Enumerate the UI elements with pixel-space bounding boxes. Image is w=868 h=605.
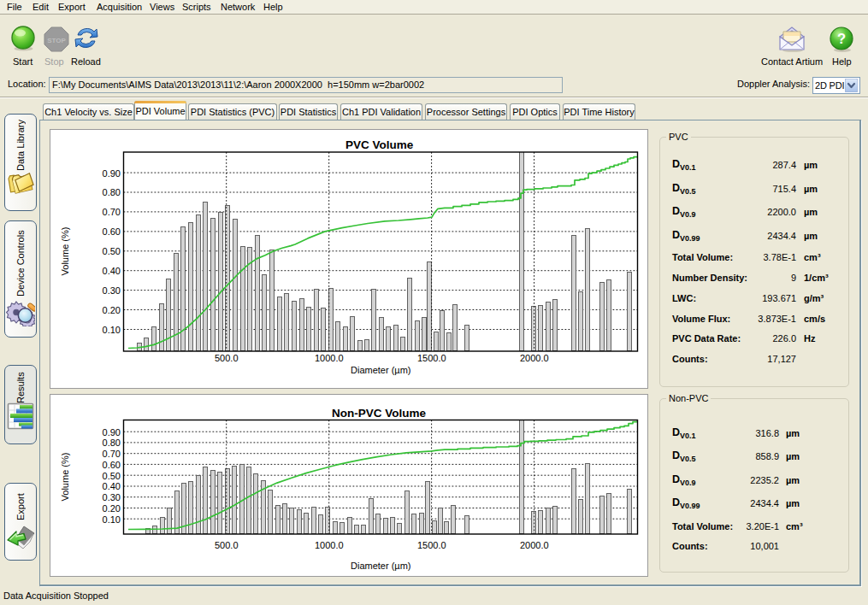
svg-text:?: ? (837, 31, 846, 46)
svg-text:STOP: STOP (47, 37, 66, 44)
